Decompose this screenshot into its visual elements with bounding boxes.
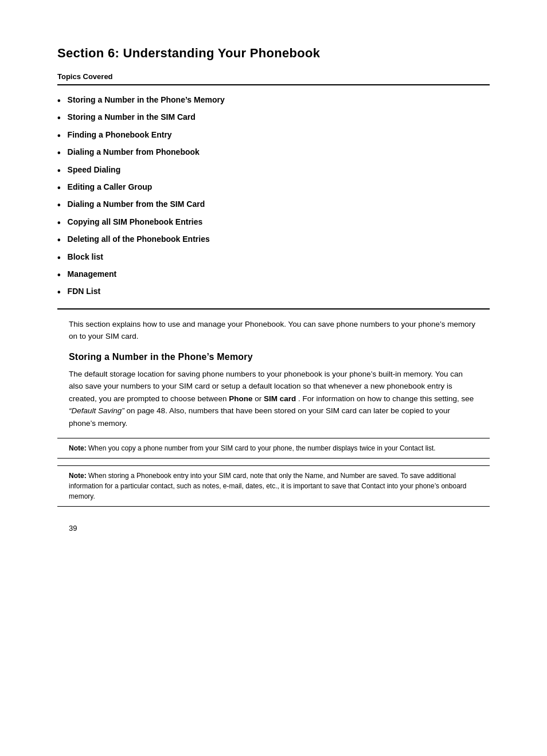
topic-list-item: Dialing a Number from Phonebook: [57, 147, 490, 159]
note-box-1: Note: When you copy a phone number from …: [57, 438, 490, 459]
note1-text: When you copy a phone number from your S…: [88, 444, 436, 452]
section-title: Section 6: Understanding Your Phonebook: [57, 46, 490, 61]
divider-top: [57, 84, 490, 85]
topic-list-item: Storing a Number in the SIM Card: [57, 112, 490, 124]
topic-list-item: Management: [57, 269, 490, 281]
body-text-2: . For information on how to change this …: [298, 394, 474, 403]
topic-list-item: Speed Dialing: [57, 164, 490, 177]
intro-text: This section explains how to use and man…: [69, 319, 478, 343]
topics-list: Storing a Number in the Phone’s MemorySt…: [57, 95, 490, 299]
body-text-3: on page 48. Also, numbers that have been…: [69, 406, 450, 428]
note1-label: Note:: [69, 444, 87, 452]
phone-label: Phone: [229, 394, 252, 403]
subsection1-title: Storing a Number in the Phone’s Memory: [69, 352, 478, 362]
note2-text: When storing a Phonebook entry into your…: [69, 472, 466, 500]
topic-list-item: Storing a Number in the Phone’s Memory: [57, 95, 490, 107]
topic-list-item: FDN List: [57, 286, 490, 299]
topic-list-item: Deleting all of the Phonebook Entries: [57, 234, 490, 246]
page-container: Section 6: Understanding Your Phonebook …: [0, 0, 547, 756]
default-saving-italic: “Default Saving”: [69, 406, 124, 415]
topic-list-item: Dialing a Number from the SIM Card: [57, 199, 490, 211]
body-paragraph: The default storage location for saving …: [69, 368, 478, 430]
note-box-2: Note: When storing a Phonebook entry int…: [57, 465, 490, 507]
topic-list-item: Block list: [57, 252, 490, 264]
topic-list-item: Copying all SIM Phonebook Entries: [57, 217, 490, 229]
topic-list-item: Finding a Phonebook Entry: [57, 130, 490, 142]
divider-bottom: [57, 308, 490, 310]
page-number: 39: [69, 524, 490, 532]
sim-label: SIM card: [264, 394, 296, 403]
topics-label: Topics Covered: [57, 72, 490, 81]
topic-list-item: Editing a Caller Group: [57, 182, 490, 194]
note2-label: Note:: [69, 472, 87, 480]
body-or: or: [255, 394, 264, 403]
